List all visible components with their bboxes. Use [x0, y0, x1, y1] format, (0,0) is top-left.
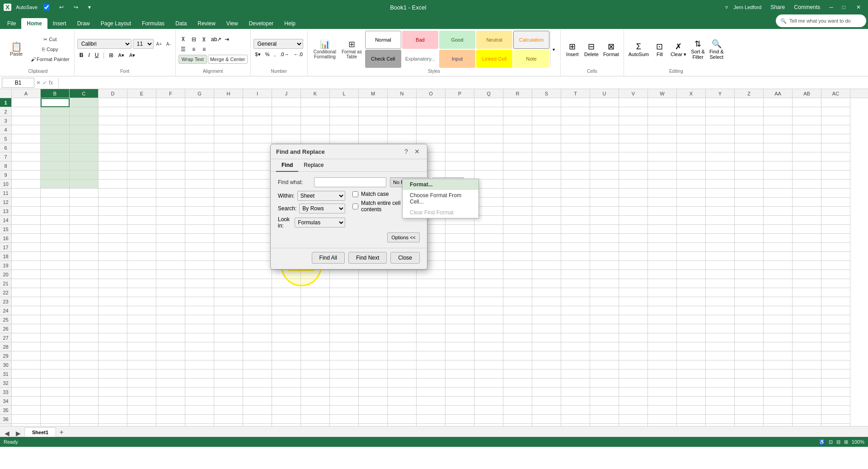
cell[interactable]: [359, 360, 388, 370]
cell[interactable]: [12, 125, 41, 134]
row-num-32[interactable]: 32: [0, 379, 11, 388]
cell[interactable]: [12, 288, 41, 297]
cell[interactable]: [619, 388, 648, 397]
cell[interactable]: [272, 98, 301, 107]
cell[interactable]: [70, 198, 99, 207]
row-num-17[interactable]: 17: [0, 243, 11, 252]
cell[interactable]: [12, 143, 41, 152]
cell[interactable]: [590, 270, 619, 279]
cell[interactable]: [619, 315, 648, 324]
cell[interactable]: [793, 324, 821, 333]
cell[interactable]: [677, 261, 706, 270]
cell[interactable]: [301, 116, 330, 125]
style-normal[interactable]: Normal: [365, 31, 401, 49]
col-header-I[interactable]: I: [243, 89, 272, 98]
cell[interactable]: [388, 415, 417, 424]
cell[interactable]: [301, 379, 330, 388]
customize-quick-access-btn[interactable]: ▾: [84, 3, 94, 11]
cell[interactable]: [735, 415, 764, 424]
cell[interactable]: [185, 370, 214, 379]
style-good[interactable]: Good: [439, 31, 475, 49]
more-styles-btn[interactable]: ▾: [550, 31, 557, 67]
cell[interactable]: [764, 180, 793, 189]
cell[interactable]: [793, 306, 821, 315]
cell[interactable]: [70, 388, 99, 397]
cell[interactable]: [12, 388, 41, 397]
cell[interactable]: [677, 406, 706, 415]
cell[interactable]: [301, 270, 330, 279]
cell[interactable]: [735, 342, 764, 351]
cell[interactable]: [503, 406, 532, 415]
row-num-14[interactable]: 14: [0, 216, 11, 225]
cell[interactable]: [185, 161, 214, 171]
cell[interactable]: [156, 306, 185, 315]
cell[interactable]: [706, 143, 735, 152]
cell[interactable]: [793, 152, 821, 161]
col-header-M[interactable]: M: [359, 89, 388, 98]
cell[interactable]: [821, 388, 850, 397]
cell[interactable]: [474, 270, 503, 279]
redo-btn[interactable]: ↪: [70, 3, 82, 11]
cell[interactable]: [793, 297, 821, 306]
cell[interactable]: [301, 342, 330, 351]
cell[interactable]: [214, 333, 243, 342]
cell[interactable]: [503, 288, 532, 297]
cell[interactable]: [185, 360, 214, 370]
cell[interactable]: [41, 143, 70, 152]
cell[interactable]: [561, 125, 590, 134]
cell[interactable]: [735, 243, 764, 252]
cell[interactable]: [764, 134, 793, 143]
cell[interactable]: [185, 397, 214, 406]
cell[interactable]: [127, 261, 156, 270]
cell[interactable]: [793, 379, 821, 388]
cell[interactable]: [99, 171, 127, 180]
cell[interactable]: [532, 379, 561, 388]
cell[interactable]: [243, 152, 272, 161]
col-header-R[interactable]: R: [503, 89, 532, 98]
cell[interactable]: [446, 270, 474, 279]
cell[interactable]: [532, 370, 561, 379]
cell[interactable]: [619, 406, 648, 415]
cell[interactable]: [503, 225, 532, 234]
cell[interactable]: [272, 388, 301, 397]
row-num-30[interactable]: 30: [0, 360, 11, 370]
cell[interactable]: [648, 198, 677, 207]
cell[interactable]: [677, 333, 706, 342]
underline-btn[interactable]: U: [93, 51, 101, 60]
within-select[interactable]: Sheet: [297, 191, 345, 201]
cell[interactable]: [503, 198, 532, 207]
cell[interactable]: [821, 360, 850, 370]
cell[interactable]: [561, 351, 590, 360]
cell[interactable]: [41, 297, 70, 306]
cell[interactable]: [474, 152, 503, 161]
cell[interactable]: [388, 406, 417, 415]
cell[interactable]: [590, 388, 619, 397]
cell[interactable]: [99, 315, 127, 324]
ribbon-display-options-btn[interactable]: ▿: [722, 3, 732, 11]
cell[interactable]: [70, 370, 99, 379]
cell[interactable]: [677, 198, 706, 207]
cell[interactable]: [41, 161, 70, 171]
cell[interactable]: [706, 370, 735, 379]
cell[interactable]: [99, 379, 127, 388]
cell[interactable]: [793, 125, 821, 134]
cell[interactable]: [301, 360, 330, 370]
cell[interactable]: [12, 116, 41, 125]
cell[interactable]: [272, 134, 301, 143]
cell[interactable]: [764, 225, 793, 234]
cell[interactable]: [735, 189, 764, 198]
cell[interactable]: [417, 315, 446, 324]
cell[interactable]: [474, 342, 503, 351]
cell[interactable]: [388, 297, 417, 306]
cell[interactable]: [590, 98, 619, 107]
cell[interactable]: [330, 134, 359, 143]
col-header-AB[interactable]: AB: [793, 89, 821, 98]
cell[interactable]: [70, 171, 99, 180]
cell[interactable]: [41, 180, 70, 189]
match-entire-checkbox[interactable]: [352, 204, 358, 209]
cell[interactable]: [706, 243, 735, 252]
cell[interactable]: [821, 270, 850, 279]
cell[interactable]: [301, 306, 330, 315]
cell[interactable]: [706, 152, 735, 161]
cell[interactable]: [185, 270, 214, 279]
